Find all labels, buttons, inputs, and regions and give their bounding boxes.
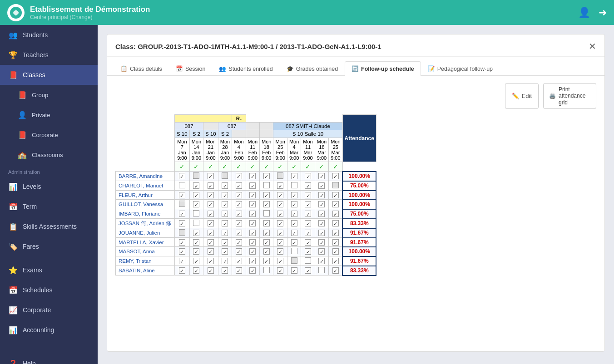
- sidebar-item-students[interactable]: 👥 Students: [0, 25, 98, 45]
- tab-pedagogical[interactable]: 📝 Pedagogical follow-up: [421, 61, 500, 76]
- tab-follow-up-schedule[interactable]: 🔄 Follow-up schedule: [345, 61, 421, 76]
- user-icon[interactable]: 👤: [578, 7, 590, 19]
- check-cell-6-8[interactable]: [287, 228, 301, 238]
- check-cell-3-3[interactable]: [218, 200, 232, 209]
- check-cell-5-1[interactable]: [189, 219, 203, 228]
- check-cell-7-1[interactable]: [189, 238, 203, 247]
- student-name[interactable]: CHARLOT, Manuel: [116, 181, 175, 191]
- check-cell-8-5[interactable]: [246, 247, 259, 256]
- check-cell-7-11[interactable]: [329, 238, 342, 247]
- check-cell-1-11[interactable]: [329, 181, 342, 191]
- check-cell-3-0[interactable]: [175, 200, 190, 209]
- check-cell-0-2[interactable]: [203, 172, 218, 181]
- check-cell-10-4[interactable]: [232, 266, 246, 275]
- check-cell-1-3[interactable]: [218, 181, 232, 191]
- check-cell-3-2[interactable]: [203, 200, 218, 209]
- sidebar-item-exams[interactable]: ⭐ Exams: [0, 260, 98, 280]
- tab-class-details[interactable]: 📋 Class details: [114, 61, 169, 76]
- check-cell-3-4[interactable]: [232, 200, 246, 209]
- sidebar-item-fares[interactable]: 🏷️ Fares: [0, 236, 98, 256]
- close-button[interactable]: ✕: [589, 41, 596, 52]
- sidebar-item-skills[interactable]: 📋 Skills Assessments: [0, 216, 98, 236]
- check-cell-8-10[interactable]: [315, 247, 328, 256]
- check-cell-6-2[interactable]: [203, 228, 218, 238]
- check-cell-5-4[interactable]: [232, 219, 246, 228]
- check-cell-2-7[interactable]: [273, 191, 287, 200]
- check-cell-10-10[interactable]: [315, 266, 328, 275]
- sidebar-item-corporate2[interactable]: 📈 Corporate: [0, 300, 98, 320]
- check-cell-5-8[interactable]: [287, 219, 301, 228]
- check-cell-6-4[interactable]: [232, 228, 246, 238]
- student-name[interactable]: JOSSAN 何, Adrien 修: [116, 219, 175, 228]
- check-cell-9-6[interactable]: [260, 256, 273, 266]
- check-cell-10-1[interactable]: [189, 266, 203, 275]
- check-cell-3-1[interactable]: [189, 200, 203, 209]
- check-cell-2-4[interactable]: [232, 191, 246, 200]
- sidebar-item-term[interactable]: 📅 Term: [0, 197, 98, 216]
- check-cell-3-6[interactable]: [260, 200, 273, 209]
- check-cell-2-9[interactable]: [301, 191, 315, 200]
- check-cell-5-9[interactable]: [301, 219, 315, 228]
- sidebar-item-group[interactable]: 📕 Group: [0, 85, 98, 105]
- check-cell-3-10[interactable]: [315, 200, 328, 209]
- check-cell-4-0[interactable]: [175, 209, 190, 219]
- check-cell-7-6[interactable]: [260, 238, 273, 247]
- student-name[interactable]: GUILLOT, Vanessa: [116, 200, 175, 209]
- check-cell-10-6[interactable]: [260, 266, 273, 275]
- check-cell-1-0[interactable]: [175, 181, 190, 191]
- student-name[interactable]: IMBARD, Floriane: [116, 209, 175, 219]
- check-cell-1-4[interactable]: [232, 181, 246, 191]
- check-cell-1-7[interactable]: [273, 181, 287, 191]
- check-cell-6-5[interactable]: [246, 228, 259, 238]
- check-cell-9-0[interactable]: [175, 256, 190, 266]
- check-cell-1-6[interactable]: [260, 181, 273, 191]
- check-cell-7-2[interactable]: [203, 238, 218, 247]
- student-name[interactable]: SABATIN, Aline: [116, 266, 175, 275]
- check-cell-8-6[interactable]: [260, 247, 273, 256]
- check-cell-1-10[interactable]: [315, 181, 328, 191]
- student-name[interactable]: MASSOT, Anna: [116, 247, 175, 256]
- check-cell-4-6[interactable]: [260, 209, 273, 219]
- check-cell-9-3[interactable]: [218, 256, 232, 266]
- check-cell-10-3[interactable]: [218, 266, 232, 275]
- check-cell-1-9[interactable]: [301, 181, 315, 191]
- check-cell-0-10[interactable]: [315, 172, 328, 181]
- check-cell-8-4[interactable]: [232, 247, 246, 256]
- check-cell-9-1[interactable]: [189, 256, 203, 266]
- check-cell-5-6[interactable]: [260, 219, 273, 228]
- check-cell-10-8[interactable]: [287, 266, 301, 275]
- check-cell-10-0[interactable]: [175, 266, 190, 275]
- sidebar-item-classrooms[interactable]: 🏫 Classrooms: [0, 145, 98, 165]
- check-cell-2-8[interactable]: [287, 191, 301, 200]
- check-cell-8-11[interactable]: [329, 247, 342, 256]
- check-cell-4-5[interactable]: [246, 209, 259, 219]
- check-cell-7-4[interactable]: [232, 238, 246, 247]
- check-cell-2-1[interactable]: [189, 191, 203, 200]
- check-cell-4-3[interactable]: [218, 209, 232, 219]
- check-cell-0-4[interactable]: [232, 172, 246, 181]
- check-cell-5-2[interactable]: [203, 219, 218, 228]
- sidebar-item-corporate[interactable]: 📕 Corporate: [0, 125, 98, 145]
- check-cell-0-6[interactable]: [260, 172, 273, 181]
- check-cell-8-0[interactable]: [175, 247, 190, 256]
- check-cell-6-6[interactable]: [260, 228, 273, 238]
- check-cell-3-9[interactable]: [301, 200, 315, 209]
- check-cell-0-8[interactable]: [287, 172, 301, 181]
- sidebar-item-levels[interactable]: 📊 Levels: [0, 177, 98, 197]
- check-cell-5-0[interactable]: [175, 219, 190, 228]
- check-cell-4-10[interactable]: [315, 209, 328, 219]
- check-cell-10-2[interactable]: [203, 266, 218, 275]
- check-cell-5-7[interactable]: [273, 219, 287, 228]
- check-cell-4-1[interactable]: [189, 209, 203, 219]
- check-cell-1-1[interactable]: [189, 181, 203, 191]
- check-cell-3-7[interactable]: [273, 200, 287, 209]
- check-cell-6-9[interactable]: [301, 228, 315, 238]
- check-cell-7-9[interactable]: [301, 238, 315, 247]
- check-cell-3-5[interactable]: [246, 200, 259, 209]
- check-cell-0-3[interactable]: [218, 172, 232, 181]
- check-cell-4-7[interactable]: [273, 209, 287, 219]
- sidebar-item-private[interactable]: 👤 Private: [0, 105, 98, 125]
- student-name[interactable]: REMY, Tristan: [116, 256, 175, 266]
- logout-icon[interactable]: ➜: [599, 7, 607, 19]
- student-name[interactable]: JOUANNE, Julien: [116, 228, 175, 238]
